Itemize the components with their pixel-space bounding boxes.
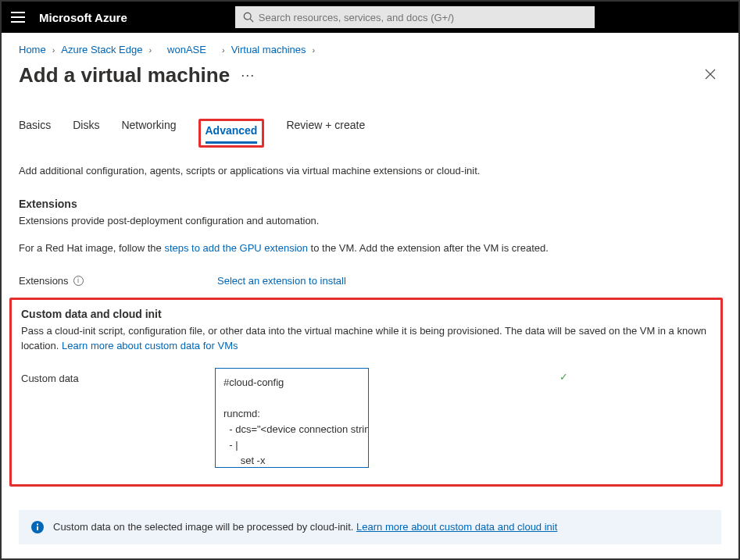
breadcrumb: Home › Azure Stack Edge › wonASE › Virtu…: [19, 44, 721, 55]
menu-icon[interactable]: [11, 12, 25, 23]
tab-networking[interactable]: Networking: [121, 119, 176, 148]
chevron-right-icon: ›: [222, 45, 225, 55]
extensions-field-row: Extensions i Select an extension to inst…: [19, 275, 721, 287]
select-extension-link[interactable]: Select an extension to install: [217, 275, 346, 287]
banner-text: Custom data on the selected image will b…: [53, 521, 356, 533]
gpu-post: to the VM. Add the extension after the V…: [308, 242, 549, 254]
tab-advanced[interactable]: Advanced: [206, 124, 258, 144]
tab-basics[interactable]: Basics: [19, 119, 51, 148]
customdata-desc: Pass a cloud-init script, configuration …: [21, 323, 711, 354]
search-wrap: [235, 6, 595, 28]
banner-link[interactable]: Learn more about custom data and cloud i…: [356, 521, 557, 533]
search-icon: [243, 12, 254, 23]
title-row: Add a virtual machine ···: [19, 63, 721, 87]
extensions-label-wrap: Extensions i: [19, 275, 213, 287]
tab-advanced-highlight: Advanced: [198, 119, 265, 148]
info-icon: [31, 521, 44, 533]
chevron-right-icon: ›: [52, 45, 55, 55]
gpu-extension-link[interactable]: steps to add the GPU extension: [164, 242, 308, 254]
svg-rect-5: [37, 526, 38, 530]
tab-disks[interactable]: Disks: [73, 119, 99, 148]
breadcrumb-wonase[interactable]: wonASE: [167, 44, 206, 55]
breadcrumb-home[interactable]: Home: [19, 44, 46, 55]
custom-data-highlight: Custom data and cloud init Pass a cloud-…: [9, 298, 723, 487]
chevron-right-icon: ›: [313, 45, 316, 55]
page-title: Add a virtual machine: [19, 63, 230, 87]
chevron-right-icon: ›: [148, 45, 152, 55]
breadcrumb-ase[interactable]: Azure Stack Edge: [61, 44, 142, 55]
top-bar: Microsoft Azure: [2, 2, 738, 33]
gpu-pre: For a Red Hat image, follow the: [19, 242, 164, 254]
customdata-textarea[interactable]: [215, 368, 369, 468]
svg-rect-6: [37, 523, 38, 525]
customdata-label: Custom data: [21, 368, 215, 470]
check-icon: ✓: [559, 371, 568, 383]
extensions-gpu-note: For a Red Hat image, follow the steps to…: [19, 241, 721, 256]
info-icon[interactable]: i: [73, 276, 84, 286]
tab-review[interactable]: Review + create: [286, 119, 365, 148]
customdata-learn-link[interactable]: Learn more about custom data for VMs: [62, 340, 238, 351]
brand-label: Microsoft Azure: [39, 11, 127, 24]
extensions-heading: Extensions: [19, 198, 721, 210]
banner-msg: Custom data on the selected image will b…: [53, 521, 557, 533]
svg-point-0: [244, 12, 251, 20]
customdata-heading: Custom data and cloud init: [21, 308, 711, 320]
cloudinit-info-banner: Custom data on the selected image will b…: [19, 510, 721, 544]
extensions-desc: Extensions provide post-deployment confi…: [19, 213, 721, 229]
intro-text: Add additional configuration, agents, sc…: [19, 163, 721, 179]
tabs: Basics Disks Networking Advanced Review …: [19, 119, 721, 148]
breadcrumb-vms[interactable]: Virtual machines: [231, 44, 306, 55]
svg-line-1: [250, 19, 253, 22]
customdata-textarea-wrap: ✓: [215, 368, 582, 470]
more-icon[interactable]: ···: [241, 67, 255, 84]
search-input[interactable]: [235, 6, 595, 28]
close-icon[interactable]: [704, 68, 717, 83]
customdata-field-row: Custom data ✓: [21, 368, 711, 470]
extensions-label: Extensions: [19, 275, 69, 287]
